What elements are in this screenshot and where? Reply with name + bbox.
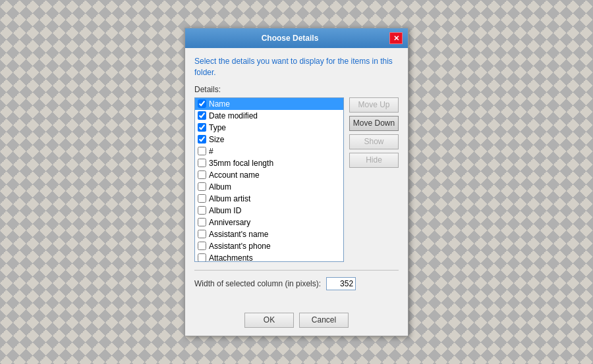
list-item[interactable]: Type bbox=[195, 122, 343, 134]
list-item-label: Album ID bbox=[209, 206, 241, 215]
list-item[interactable]: # bbox=[195, 145, 343, 157]
list-item-label: Size bbox=[209, 135, 224, 144]
move-up-button[interactable]: Move Up bbox=[349, 97, 399, 113]
ok-button[interactable]: OK bbox=[244, 313, 294, 328]
description-prefix: Select the details you want to display f… bbox=[194, 57, 380, 66]
list-item-checkbox[interactable] bbox=[198, 159, 206, 167]
list-item-checkbox[interactable] bbox=[198, 242, 206, 250]
list-item-checkbox[interactable] bbox=[198, 123, 206, 132]
list-item-label: Date modified bbox=[209, 111, 258, 120]
list-item-label: Account name bbox=[209, 170, 260, 180]
list-item-checkbox[interactable] bbox=[198, 111, 206, 120]
list-item-label: Name bbox=[209, 99, 230, 109]
list-item[interactable]: Album ID bbox=[195, 205, 343, 217]
list-item-label: Album artist bbox=[209, 194, 250, 203]
list-item-label: Type bbox=[209, 123, 226, 132]
list-item-checkbox[interactable] bbox=[198, 230, 206, 238]
description-suffix: . bbox=[213, 68, 215, 77]
list-item[interactable]: Attachments bbox=[195, 252, 343, 262]
move-down-button[interactable]: Move Down bbox=[349, 116, 399, 131]
list-item-label: Assistant's phone bbox=[209, 242, 271, 251]
main-area: NameDate modifiedTypeSize#35mm focal len… bbox=[194, 97, 399, 262]
list-item-label: Anniversary bbox=[209, 218, 250, 227]
list-item[interactable]: Album bbox=[195, 181, 343, 193]
list-item[interactable]: Album artist bbox=[195, 193, 343, 205]
title-bar: Choose Details ✕ bbox=[185, 28, 408, 48]
list-item-checkbox[interactable] bbox=[198, 194, 206, 203]
list-item-label: Assistant's name bbox=[209, 230, 268, 239]
list-item-checkbox[interactable] bbox=[198, 135, 206, 143]
list-item[interactable]: Anniversary bbox=[195, 217, 343, 228]
details-list[interactable]: NameDate modifiedTypeSize#35mm focal len… bbox=[194, 97, 344, 262]
list-item-checkbox[interactable] bbox=[198, 206, 206, 215]
list-item[interactable]: Size bbox=[195, 134, 343, 145]
list-item-checkbox[interactable] bbox=[198, 253, 206, 262]
list-item[interactable]: 35mm focal length bbox=[195, 157, 343, 169]
list-item[interactable]: Date modified bbox=[195, 110, 343, 122]
close-button[interactable]: ✕ bbox=[389, 32, 403, 44]
list-item[interactable]: Assistant's name bbox=[195, 228, 343, 240]
list-item-checkbox[interactable] bbox=[198, 99, 206, 108]
list-item[interactable]: Account name bbox=[195, 169, 343, 181]
show-button[interactable]: Show bbox=[349, 134, 399, 149]
list-item[interactable]: Name bbox=[195, 98, 343, 110]
list-item-label: 35mm focal length bbox=[209, 159, 273, 168]
buttons-panel: Move Up Move Down Show Hide bbox=[349, 97, 399, 262]
dialog-body: Select the details you want to display f… bbox=[185, 48, 408, 307]
cancel-button[interactable]: Cancel bbox=[299, 313, 349, 328]
dialog-title: Choose Details bbox=[190, 34, 389, 43]
list-item-checkbox[interactable] bbox=[198, 218, 206, 226]
list-item[interactable]: Assistant's phone bbox=[195, 240, 343, 252]
list-item-checkbox[interactable] bbox=[198, 182, 206, 191]
hide-button[interactable]: Hide bbox=[349, 153, 399, 168]
width-input[interactable] bbox=[326, 277, 356, 290]
list-item-label: Album bbox=[209, 182, 231, 192]
width-label: Width of selected column (in pixels): bbox=[194, 279, 321, 288]
choose-details-dialog: Choose Details ✕ Select the details you … bbox=[184, 28, 409, 336]
description-text: Select the details you want to display f… bbox=[194, 56, 399, 78]
details-label: Details: bbox=[194, 85, 399, 94]
list-item-checkbox[interactable] bbox=[198, 170, 206, 179]
dialog-footer: OK Cancel bbox=[185, 307, 408, 336]
list-item-label: # bbox=[209, 147, 213, 156]
width-row: Width of selected column (in pixels): bbox=[194, 270, 399, 290]
list-item-checkbox[interactable] bbox=[198, 147, 206, 155]
list-item-label: Attachments bbox=[209, 253, 253, 262]
